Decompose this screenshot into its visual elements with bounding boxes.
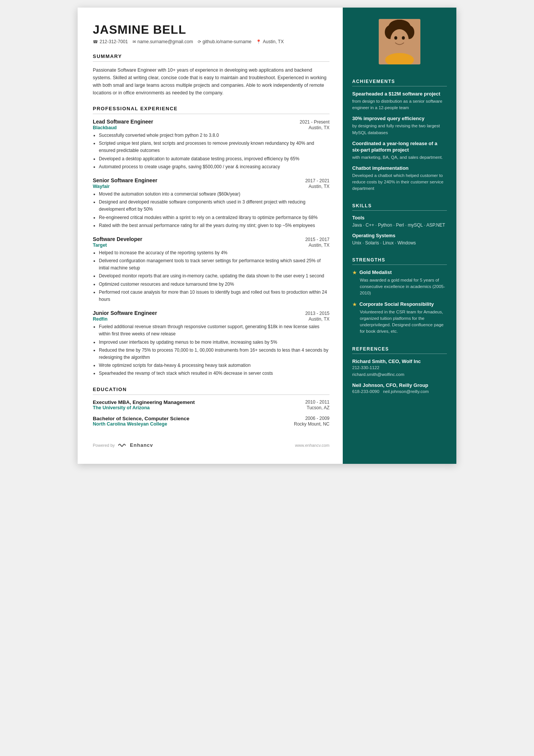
right-column: ACHIEVEMENTS Spearheaded a $12M software…: [343, 8, 456, 464]
strength-item-2: ★ Corporate Social Responsibility Volunt…: [352, 301, 447, 335]
bullet: Wrote optimized scripts for data-heavy &…: [99, 362, 329, 369]
exp-dates-3: 2015 - 2017: [305, 237, 329, 242]
edu-subheader-2: North Carolina Wesleyan College Rocky Mo…: [93, 421, 329, 427]
powered-by-label: Powered by: [93, 443, 115, 448]
phone-icon: ☎: [93, 39, 98, 44]
summary-text: Passionate Software Engineer with 10+ ye…: [93, 66, 329, 97]
phone-text: 212-312-7001: [100, 39, 128, 44]
github-item: ⟳ github.io/name-surname: [198, 39, 251, 44]
skills-section: SKILLS Tools Java · C++ · Python · Perl …: [343, 203, 456, 250]
achievement-item-3: Coordinated a year-long release of a six…: [352, 141, 447, 161]
exp-location-4: Austin, TX: [309, 316, 329, 322]
strength-desc-2: Volunteered in the CSR team for Amadeus,…: [352, 309, 447, 335]
strength-item-1: ★ Gold Medalist Was awarded a gold medal…: [352, 269, 447, 297]
exp-title-3: Software Developer: [93, 236, 142, 242]
exp-bullets-1: Successfully converted whole project fro…: [93, 132, 329, 171]
bullet: Moved the automation solution into a com…: [99, 191, 329, 198]
svg-point-5: [390, 29, 409, 50]
achievement-title-3: Coordinated a year-long release of a six…: [352, 141, 447, 153]
exp-header-1: Lead Software Engineer 2021 - Present: [93, 119, 329, 125]
achievement-item-4: Chatbot implementation Developed a chatb…: [352, 165, 447, 192]
references-section: REFERENCES Richard Smith, CEO, Wolf Inc …: [343, 346, 456, 400]
education-title: EDUCATION: [93, 387, 329, 395]
location-icon: 📍: [256, 39, 261, 44]
github-icon: ⟳: [198, 39, 201, 44]
bullet: Developed a desktop application to autom…: [99, 155, 329, 163]
achievement-desc-4: Developed a chatbot which helped custome…: [352, 172, 447, 192]
achievement-title-2: 30% improved query efficiency: [352, 116, 447, 122]
edu-degree-1: Executive MBA, Engineering Management: [93, 399, 195, 405]
edu-location-2: Rocky Mount, NC: [294, 421, 329, 427]
svg-point-6: [394, 36, 397, 40]
education-section: EDUCATION Executive MBA, Engineering Man…: [93, 387, 329, 427]
email-item: ✉ name.surname@gmail.com: [133, 39, 193, 44]
bullet: Improved user interfaces by updating men…: [99, 339, 329, 346]
edu-location-1: Tucson, AZ: [307, 405, 329, 410]
exp-bullets-2: Moved the automation solution into a com…: [93, 191, 329, 229]
exp-subheader-2: Wayfair Austin, TX: [93, 184, 329, 189]
name-section: JASMINE BELL ☎ 212-312-7001 ✉ name.surna…: [93, 23, 329, 44]
achievement-title-4: Chatbot implementation: [352, 165, 447, 172]
edu-header-2: Bachelor of Science, Computer Science 20…: [93, 416, 329, 421]
strength-header-1: ★ Gold Medalist: [352, 269, 447, 276]
references-title: REFERENCES: [352, 346, 447, 354]
location-item: 📍 Austin, TX: [256, 39, 284, 44]
bullet: Developed monitor reports that are using…: [99, 272, 329, 280]
exp-item-4: Junior Software Engineer 2013 - 2015 Red…: [93, 310, 329, 377]
edu-degree-2: Bachelor of Science, Computer Science: [93, 416, 189, 421]
bullet: Successfully converted whole project fro…: [99, 132, 329, 139]
email-icon: ✉: [133, 39, 136, 44]
experience-title: PROFESSIONAL EXPERIENCE: [93, 106, 329, 114]
bullet: Fueled additional revenue stream through…: [99, 323, 329, 338]
bullet: Reduced the time by 75% to process 70,00…: [99, 347, 329, 361]
reference-name-2: Neil Johnson, CFO, Reilly Group: [352, 382, 447, 388]
strength-title-1: Gold Medalist: [359, 269, 392, 276]
exp-location-3: Austin, TX: [309, 243, 329, 248]
skills-title: SKILLS: [352, 203, 447, 211]
reference-item-2: Neil Johnson, CFO, Reilly Group 618-233-…: [352, 382, 447, 395]
skills-category-tools: Tools Java · C++ · Python · Perl · mySQL…: [352, 215, 447, 229]
contact-row: ☎ 212-312-7001 ✉ name.surname@gmail.com …: [93, 39, 329, 44]
enhancv-logo-icon: [117, 442, 128, 449]
exp-subheader-4: Redfin Austin, TX: [93, 316, 329, 322]
location-text: Austin, TX: [263, 39, 284, 44]
skills-cat-title-os: Operating Systems: [352, 233, 447, 238]
achievement-title-1: Spearheaded a $12M software project: [352, 91, 447, 97]
exp-item-3: Software Developer 2015 - 2017 Target Au…: [93, 236, 329, 303]
exp-bullets-3: Helped to increase the accuracy of the r…: [93, 249, 329, 303]
powered-by: Powered by Enhancv: [93, 442, 153, 449]
skills-list-os: Unix · Solaris · Linux · Windows: [352, 239, 447, 247]
exp-company-4: Redfin: [93, 316, 108, 322]
exp-company-1: Blackbaud: [93, 125, 117, 130]
exp-header-4: Junior Software Engineer 2013 - 2015: [93, 310, 329, 316]
exp-title-4: Junior Software Engineer: [93, 310, 157, 316]
reference-contact-2: 618-233-0090 neil.johnson@reilly.com: [352, 388, 447, 395]
bullet: Re-engineered critical modules within a …: [99, 214, 329, 221]
bullet: Delivered configuration management tools…: [99, 257, 329, 272]
exp-item-1: Lead Software Engineer 2021 - Present Bl…: [93, 119, 329, 171]
bullet: Helped to increase the accuracy of the r…: [99, 249, 329, 257]
edu-dates-1: 2010 - 2011: [305, 399, 329, 405]
phone-item: ☎ 212-312-7001: [93, 39, 128, 44]
achievement-desc-2: by designing and fully revising the two …: [352, 123, 447, 136]
bullet: Optimized customer resources and reduce …: [99, 281, 329, 288]
footer-website: www.enhancv.com: [295, 443, 329, 448]
exp-location-2: Austin, TX: [309, 184, 329, 189]
edu-subheader-1: The University of Arizona Tucson, AZ: [93, 405, 329, 410]
exp-company-2: Wayfair: [93, 184, 110, 189]
avatar-svg: [379, 19, 420, 64]
strength-header-2: ★ Corporate Social Responsibility: [352, 301, 447, 308]
achievement-desc-3: with marketing, BA, QA, and sales depart…: [352, 154, 447, 161]
strength-desc-1: Was awarded a gold medal for 5 years of …: [352, 277, 447, 297]
bullet: Designed and developed reusable software…: [99, 199, 329, 213]
bullet: Automated process to create usage graphs…: [99, 163, 329, 171]
star-icon-1: ★: [352, 269, 357, 276]
strength-title-2: Corporate Social Responsibility: [359, 301, 434, 308]
skills-cat-title-tools: Tools: [352, 215, 447, 221]
exp-dates-4: 2013 - 2015: [305, 311, 329, 316]
candidate-name: JASMINE BELL: [93, 23, 329, 37]
email-text: name.surname@gmail.com: [137, 39, 193, 44]
enhancv-text: Enhancv: [130, 442, 153, 448]
strengths-section: STRENGTHS ★ Gold Medalist Was awarded a …: [343, 257, 456, 340]
avatar: [379, 19, 420, 64]
